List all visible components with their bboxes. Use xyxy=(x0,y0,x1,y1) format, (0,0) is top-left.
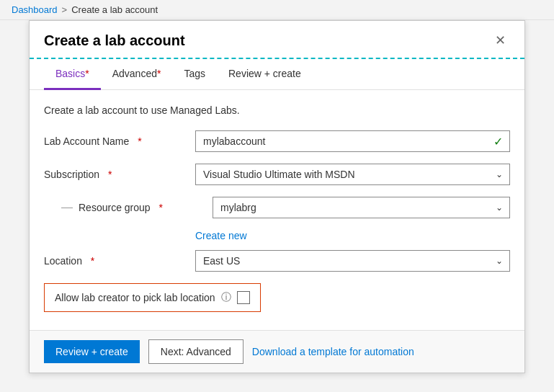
tab-basics[interactable]: Basics* xyxy=(44,59,101,90)
lab-account-name-wrap: ✓ xyxy=(195,130,510,152)
tab-tags[interactable]: Tags xyxy=(172,59,217,90)
allow-location-label: Allow lab creator to pick lab location xyxy=(55,292,215,303)
location-row: Location * East US ⌄ xyxy=(44,250,510,272)
allow-location-box: Allow lab creator to pick lab location ⓘ xyxy=(44,283,261,312)
form-description: Create a lab account to use Managed Labs… xyxy=(44,104,510,116)
resource-group-select[interactable]: mylabrg xyxy=(213,197,510,218)
tab-review-create-label: Review + create xyxy=(228,68,301,79)
breadcrumb-current: Create a lab account xyxy=(71,4,158,15)
subscription-label: Subscription * xyxy=(44,169,188,180)
tab-tags-label: Tags xyxy=(184,68,205,79)
dialog-footer: Review + create Next: Advanced Download … xyxy=(30,330,524,373)
next-advanced-button[interactable]: Next: Advanced xyxy=(148,339,244,364)
location-wrap: East US ⌄ xyxy=(195,250,510,272)
tab-review-create[interactable]: Review + create xyxy=(217,59,313,90)
resource-group-row: Resource group * mylabrg ⌄ xyxy=(44,197,510,218)
tab-advanced-asterisk: * xyxy=(157,68,161,79)
info-icon[interactable]: ⓘ xyxy=(221,291,231,304)
breadcrumb-separator: > xyxy=(62,4,68,15)
create-lab-account-dialog: Create a lab account ✕ Basics* Advanced*… xyxy=(29,20,525,373)
review-create-button[interactable]: Review + create xyxy=(44,340,140,363)
location-label: Location * xyxy=(44,255,188,267)
tab-advanced[interactable]: Advanced* xyxy=(101,59,173,90)
subscription-row: Subscription * Visual Studio Ultimate wi… xyxy=(44,164,510,185)
tab-advanced-label: Advanced xyxy=(112,68,157,79)
subscription-select[interactable]: Visual Studio Ultimate with MSDN xyxy=(195,164,510,185)
resource-group-wrap: mylabrg ⌄ xyxy=(213,197,510,218)
resource-group-label: Resource group * xyxy=(61,202,205,213)
location-select[interactable]: East US xyxy=(195,250,510,272)
create-new-link[interactable]: Create new xyxy=(195,230,510,241)
lab-account-name-row: Lab Account Name * ✓ xyxy=(44,130,510,152)
dialog-header: Create a lab account ✕ xyxy=(30,21,524,59)
dialog-title: Create a lab account xyxy=(44,32,185,49)
close-button[interactable]: ✕ xyxy=(491,32,510,48)
lab-account-name-input[interactable] xyxy=(195,130,510,152)
dialog-body: Create a lab account to use Managed Labs… xyxy=(30,90,524,330)
breadcrumb-dashboard[interactable]: Dashboard xyxy=(12,4,58,15)
lab-account-name-label: Lab Account Name * xyxy=(44,135,188,147)
breadcrumb-bar: Dashboard > Create a lab account xyxy=(0,0,554,20)
tab-basics-label: Basics xyxy=(55,68,85,79)
tab-basics-asterisk: * xyxy=(85,68,89,79)
download-template-link[interactable]: Download a template for automation xyxy=(252,346,414,357)
allow-location-checkbox[interactable] xyxy=(237,291,250,304)
tab-bar: Basics* Advanced* Tags Review + create xyxy=(30,59,524,90)
subscription-wrap: Visual Studio Ultimate with MSDN ⌄ xyxy=(195,164,510,185)
